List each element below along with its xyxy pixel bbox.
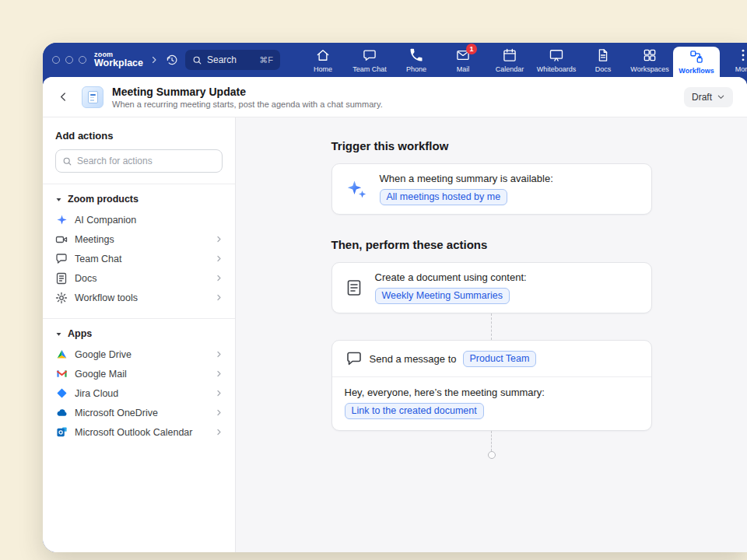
document-link-chip[interactable]: Link to the created document <box>345 403 484 419</box>
workflow-title-block: Meeting Summary Update When a recurring … <box>112 86 383 109</box>
top-navigation-bar: zoom Workplace Search ⌘F Home Team Chat <box>43 43 747 77</box>
sidebar-title: Add actions <box>55 130 223 142</box>
chevron-right-icon <box>216 275 223 282</box>
google-drive-icon <box>55 348 68 361</box>
onedrive-cloud-icon <box>55 407 68 419</box>
nav-more[interactable]: More <box>720 43 747 77</box>
sidebar-item-team-chat[interactable]: Team Chat <box>43 249 235 268</box>
nav-whiteboards[interactable]: Whiteboards <box>533 43 580 77</box>
chevron-right-icon <box>216 255 223 262</box>
more-icon <box>735 47 747 63</box>
gear-icon <box>55 292 68 304</box>
workflows-icon <box>689 49 704 65</box>
caret-down-icon <box>55 196 62 203</box>
send-message-text: Send a message to <box>370 353 457 365</box>
document-icon <box>55 272 68 285</box>
global-search-button[interactable]: Search ⌘F <box>185 50 280 70</box>
sidebar-item-google-drive[interactable]: Google Drive <box>43 345 235 364</box>
mail-icon: 1 <box>455 47 471 63</box>
draft-status-dropdown[interactable]: Draft <box>684 87 733 107</box>
send-message-header: Send a message to Product Team <box>332 341 651 376</box>
workflow-header: Meeting Summary Update When a recurring … <box>43 77 747 117</box>
message-body[interactable]: Hey, everyone, here’s the meeting summar… <box>332 377 651 430</box>
nav-calendar[interactable]: Calendar <box>486 43 533 77</box>
workspaces-icon <box>642 47 658 63</box>
section-zoom-products[interactable]: Zoom products <box>43 184 235 210</box>
trigger-heading: Trigger this workflow <box>331 139 652 152</box>
back-button[interactable] <box>54 87 73 107</box>
sidebar-item-microsoft-onedrive[interactable]: Microsoft OneDrive <box>43 403 235 422</box>
gmail-icon <box>55 368 68 380</box>
window-controls <box>52 56 86 64</box>
trigger-scope-chip[interactable]: All meetings hosted by me <box>380 189 508 205</box>
docs-icon <box>595 47 611 63</box>
sidebar-item-google-mail[interactable]: Google Mail <box>43 364 235 383</box>
workflow-canvas: Trigger this workflow When a meeting sum… <box>236 117 747 552</box>
mail-unread-badge: 1 <box>466 44 477 54</box>
window-maximize-button[interactable] <box>79 56 86 64</box>
message-bubble-icon <box>345 349 363 368</box>
trigger-card[interactable]: When a meeting summary is available: All… <box>331 163 652 215</box>
chevron-right-icon <box>216 236 223 243</box>
whiteboard-icon <box>549 47 564 63</box>
meeting-summary-icon <box>82 86 103 108</box>
workflow-connector <box>491 431 492 451</box>
chevron-right-icon <box>216 409 223 416</box>
add-step-node[interactable] <box>488 451 496 459</box>
nav-phone[interactable]: Phone <box>393 43 440 77</box>
chevron-right-icon[interactable] <box>149 55 159 65</box>
create-document-content: Create a document using content: Weekly … <box>375 271 527 304</box>
nav-home[interactable]: Home <box>300 43 346 77</box>
sidebar-item-jira-cloud[interactable]: Jira Cloud <box>43 383 235 403</box>
nav-mail[interactable]: 1 Mail <box>440 43 486 77</box>
sidebar-item-workflow-tools[interactable]: Workflow tools <box>43 288 235 307</box>
recipient-chip[interactable]: Product Team <box>463 351 537 367</box>
trigger-text: When a meeting summary is available: <box>380 173 553 184</box>
sidebar-item-meetings[interactable]: Meetings <box>43 229 235 249</box>
sidebar-item-docs[interactable]: Docs <box>43 268 235 288</box>
history-icon[interactable] <box>165 53 179 67</box>
actions-heading: Then, perform these actions <box>331 238 652 251</box>
nav-docs[interactable]: Docs <box>580 43 626 77</box>
calendar-icon <box>502 47 517 63</box>
nav-workflows[interactable]: Workflows <box>673 47 720 77</box>
outlook-calendar-icon <box>55 426 68 439</box>
sidebar-item-microsoft-outlook-calendar[interactable]: Microsoft Outlook Calendar <box>43 422 235 442</box>
workflow-connector <box>491 313 492 340</box>
document-content-chip[interactable]: Weekly Meeting Summaries <box>375 288 510 304</box>
team-chat-icon <box>362 47 377 63</box>
jira-icon <box>55 387 68 400</box>
caret-down-icon <box>55 331 62 338</box>
app-window: zoom Workplace Search ⌘F Home Team Chat <box>43 43 747 552</box>
workflow-title: Meeting Summary Update <box>112 86 383 98</box>
create-document-text: Create a document using content: <box>375 271 527 283</box>
workflow-subtitle: When a recurring meeting starts, post th… <box>112 100 383 109</box>
chat-bubble-icon <box>55 253 68 265</box>
window-close-button[interactable] <box>52 56 60 64</box>
draft-status-label: Draft <box>692 92 712 103</box>
nav-workspaces[interactable]: Workspaces <box>626 43 673 77</box>
video-camera-icon <box>55 233 68 246</box>
create-document-card[interactable]: Create a document using content: Weekly … <box>331 262 652 313</box>
trigger-card-content: When a meeting summary is available: All… <box>380 173 553 205</box>
brand-workplace: Workplace <box>94 58 143 68</box>
send-message-card[interactable]: Send a message to Product Team Hey, ever… <box>331 340 652 431</box>
message-body-text: Hey, everyone, here’s the meeting summar… <box>345 387 639 398</box>
chevron-down-icon <box>717 93 725 101</box>
primary-nav: Home Team Chat Phone 1 Mail Calendar <box>300 43 747 77</box>
ai-companion-sparkle-icon <box>345 177 368 201</box>
actions-search-input[interactable] <box>77 156 216 166</box>
chevron-right-icon <box>216 370 223 377</box>
chevron-right-icon <box>216 351 223 358</box>
search-icon <box>192 55 202 65</box>
search-label: Search <box>207 54 237 65</box>
document-icon <box>345 278 363 297</box>
nav-team-chat[interactable]: Team Chat <box>346 43 393 77</box>
window-minimize-button[interactable] <box>65 56 73 64</box>
actions-search-box[interactable] <box>55 149 223 173</box>
chevron-right-icon <box>216 294 223 301</box>
actions-sidebar: Add actions Zoom products <box>43 117 236 552</box>
section-apps[interactable]: Apps <box>43 319 235 345</box>
ai-companion-sparkle-icon <box>55 214 68 226</box>
sidebar-item-ai-companion[interactable]: AI Companion <box>43 210 235 229</box>
